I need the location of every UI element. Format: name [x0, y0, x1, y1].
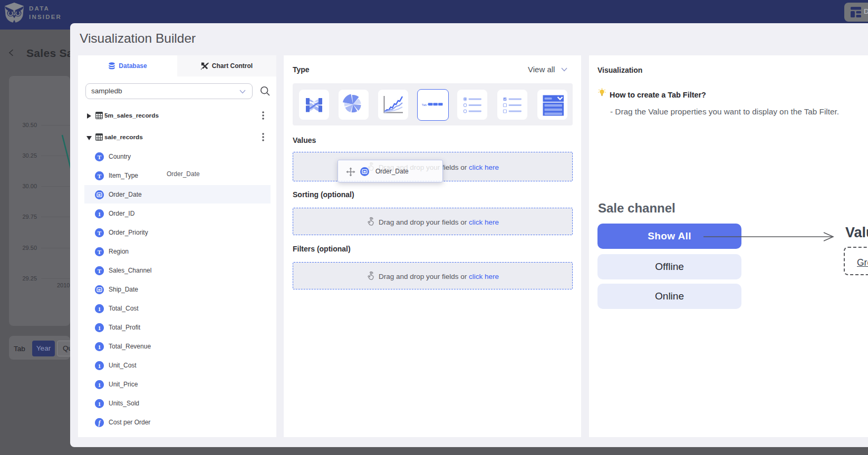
svg-text:1: 1 [98, 305, 101, 312]
svg-text:1: 1 [98, 210, 101, 217]
svg-text:1: 1 [98, 362, 101, 369]
svg-text:1: 1 [98, 400, 101, 406]
svg-text:T: T [98, 248, 102, 255]
svg-text:1: 1 [98, 381, 101, 388]
svg-text:T: T [98, 267, 102, 274]
svg-text:T: T [98, 229, 102, 236]
svg-text:1: 1 [98, 343, 101, 350]
svg-text:T: T [98, 172, 102, 179]
svg-text:T: T [98, 153, 102, 160]
svg-text:1: 1 [98, 324, 101, 331]
svg-text:Tab: Tab [421, 103, 427, 107]
